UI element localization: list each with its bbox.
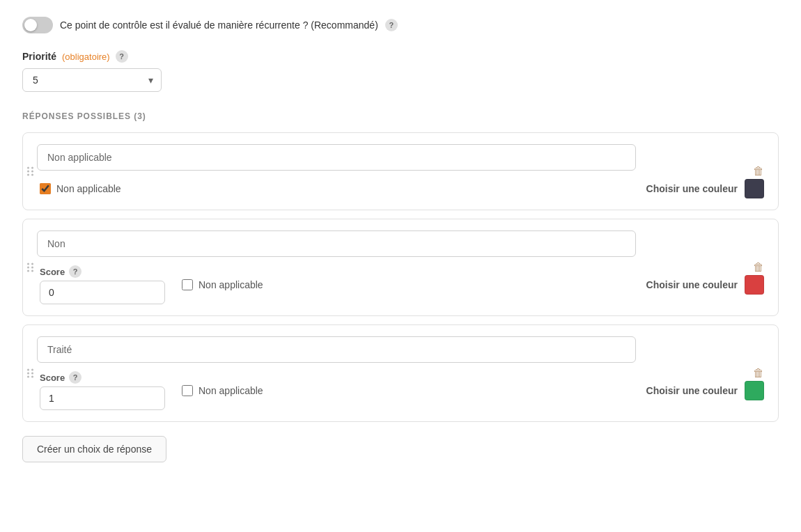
color-swatch-3[interactable]	[745, 381, 764, 400]
priority-required: (obligatoire)	[62, 52, 110, 62]
drag-handle-3[interactable]	[27, 369, 34, 378]
response-card-1: Non applicableChoisir une couleur🗑	[22, 132, 779, 210]
delete-button-2[interactable]: 🗑	[750, 258, 767, 276]
score-text-2: Score	[40, 267, 65, 277]
non-applicable-label-1: Non applicable	[56, 183, 121, 194]
drag-handle-2[interactable]	[27, 263, 34, 272]
priority-select[interactable]: 1 2 3 4 5	[22, 68, 162, 92]
response-card-2: Score ?Non applicableChoisir une couleur…	[22, 219, 779, 316]
response-input-1[interactable]	[37, 144, 636, 171]
response-row-1: Non applicableChoisir une couleur	[37, 179, 764, 198]
color-swatch-2[interactable]	[745, 275, 764, 295]
color-label-1: Choisir une couleur	[646, 183, 738, 194]
non-applicable-label-3: Non applicable	[199, 385, 263, 396]
non-applicable-label-2: Non applicable	[199, 279, 263, 290]
non-applicable-group-1: Non applicable	[40, 183, 121, 194]
priority-label-row: Priorité (obligatoire) ?	[22, 50, 779, 63]
score-input-2[interactable]	[40, 281, 165, 304]
color-group-2: Choisir une couleur	[646, 275, 764, 295]
response-row-2: Score ?Non applicableChoisir une couleur	[37, 265, 764, 304]
response-input-3[interactable]	[37, 336, 636, 363]
responses-section-title: RÉPONSES POSSIBLES (3)	[22, 111, 779, 121]
delete-button-1[interactable]: 🗑	[750, 162, 767, 180]
recurring-toggle[interactable]	[22, 17, 53, 33]
score-label-3: Score ?	[40, 371, 165, 384]
toggle-help-icon[interactable]: ?	[385, 19, 398, 31]
non-applicable-checkbox-1[interactable]	[40, 183, 51, 194]
non-applicable-group-3: Non applicable	[182, 385, 263, 396]
color-group-3: Choisir une couleur	[646, 381, 764, 400]
non-applicable-group-2: Non applicable	[182, 279, 263, 290]
color-swatch-1[interactable]	[745, 179, 764, 198]
non-applicable-checkbox-2[interactable]	[182, 279, 193, 290]
priority-section: Priorité (obligatoire) ? 1 2 3 4 5	[22, 50, 779, 92]
response-card-3: Score ?Non applicableChoisir une couleur…	[22, 324, 779, 422]
create-response-button[interactable]: Créer un choix de réponse	[22, 436, 166, 462]
score-input-3[interactable]	[40, 386, 165, 410]
score-label-2: Score ?	[40, 265, 165, 278]
response-row-3: Score ?Non applicableChoisir une couleur	[37, 371, 764, 410]
response-input-2[interactable]	[37, 230, 636, 257]
score-help-icon-2[interactable]: ?	[69, 265, 81, 278]
color-label-2: Choisir une couleur	[646, 279, 738, 290]
score-help-icon-3[interactable]: ?	[69, 371, 81, 384]
toggle-label: Ce point de contrôle est il évalué de ma…	[60, 19, 378, 31]
responses-list: Non applicableChoisir une couleur🗑 Score…	[22, 132, 779, 422]
non-applicable-checkbox-3[interactable]	[182, 385, 193, 396]
drag-handle-1[interactable]	[27, 167, 34, 176]
score-group-3: Score ?	[40, 371, 165, 410]
score-group-2: Score ?	[40, 265, 165, 304]
priority-select-wrapper: 1 2 3 4 5	[22, 68, 162, 92]
score-text-3: Score	[40, 373, 65, 383]
color-label-3: Choisir une couleur	[646, 385, 738, 396]
toggle-row: Ce point de contrôle est il évalué de ma…	[22, 17, 779, 33]
priority-help-icon[interactable]: ?	[116, 50, 128, 63]
priority-label-text: Priorité	[22, 51, 56, 62]
delete-button-3[interactable]: 🗑	[750, 364, 767, 382]
color-group-1: Choisir une couleur	[646, 179, 764, 198]
